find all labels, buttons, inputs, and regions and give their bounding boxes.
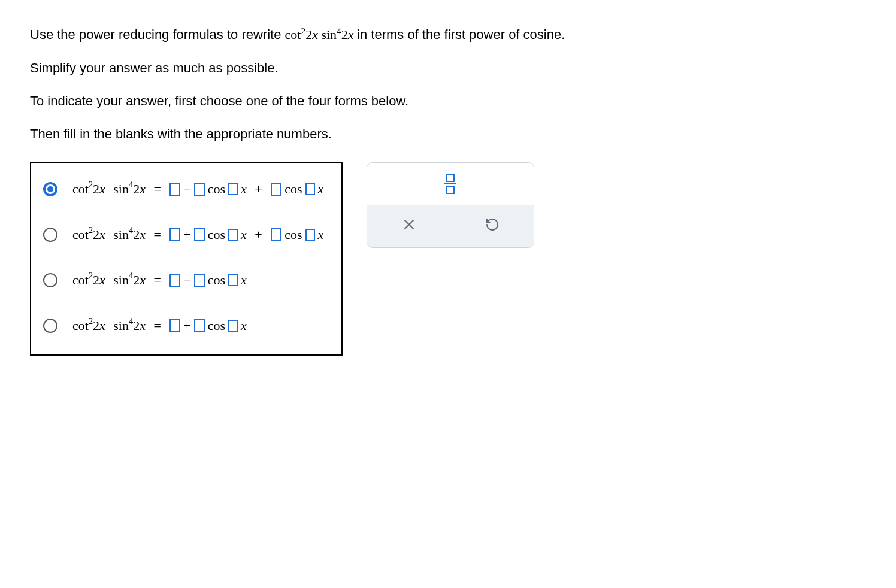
x-label: x	[241, 181, 247, 197]
x-label: x	[241, 227, 247, 243]
reset-button[interactable]	[450, 205, 534, 247]
operator-plus: +	[183, 227, 190, 243]
lhs-cot: cot	[72, 227, 89, 242]
cos-label: cos	[284, 181, 302, 197]
operator-minus: −	[183, 272, 190, 288]
blank-input[interactable]	[271, 228, 281, 241]
lhs-x-b: x	[140, 227, 146, 242]
blank-input[interactable]	[194, 183, 205, 196]
clear-button[interactable]	[367, 205, 450, 247]
operator-plus: +	[255, 227, 262, 243]
option-row-2: cot22x sin42x = + cosx + cosx	[43, 227, 323, 243]
lhs-x: x	[99, 181, 105, 196]
fraction-icon	[444, 174, 456, 194]
lhs-cot: cot	[72, 272, 89, 287]
blank-input[interactable]	[228, 274, 238, 286]
blank-input[interactable]	[169, 228, 180, 241]
cos-label: cos	[208, 318, 225, 334]
lhs-x-b: x	[140, 272, 146, 287]
question-line-3: To indicate your answer, first choose on…	[30, 90, 866, 111]
lhs-x: x	[99, 318, 105, 333]
blank-input[interactable]	[169, 319, 180, 332]
equation-option-1: cot22x sin42x = − cosx + cosx	[72, 181, 323, 197]
lhs-sup2: 2	[89, 316, 93, 326]
blank-input[interactable]	[228, 229, 238, 241]
radio-option-1[interactable]	[43, 182, 57, 196]
lhs-sin: sin	[113, 227, 129, 242]
question-line-1-post: in terms of the first power of cosine.	[357, 27, 565, 42]
tool-row-actions	[367, 205, 534, 247]
cos-label: cos	[208, 181, 225, 197]
expr-two-2: 2	[341, 27, 348, 42]
operator-minus: −	[183, 181, 190, 197]
equals-sign: =	[153, 272, 161, 288]
expr-sin: sin	[321, 27, 337, 42]
expr-two: 2	[305, 27, 312, 42]
x-label: x	[318, 227, 324, 243]
radio-option-4[interactable]	[43, 319, 57, 333]
cos-label: cos	[208, 227, 225, 243]
close-icon	[402, 217, 416, 235]
blank-input[interactable]	[194, 319, 205, 332]
radio-option-3[interactable]	[43, 273, 57, 287]
expr-x: x	[312, 27, 318, 42]
option-row-3: cot22x sin42x = − cosx	[43, 272, 323, 288]
lhs-two-b: 2	[133, 181, 140, 196]
equation-option-3: cot22x sin42x = − cosx	[72, 272, 247, 288]
lhs-cot: cot	[72, 181, 89, 196]
options-box: cot22x sin42x = − cosx + cosx cot22x	[30, 162, 343, 356]
cos-label: cos	[284, 227, 302, 243]
operator-plus: +	[183, 318, 190, 334]
lhs-x-b: x	[140, 181, 146, 196]
expr-sup-2: 2	[301, 26, 305, 36]
lhs-sup4: 4	[129, 271, 133, 280]
blank-input[interactable]	[228, 320, 238, 332]
blank-input[interactable]	[228, 183, 238, 195]
question-line-1: Use the power reducing formulas to rewri…	[30, 24, 866, 46]
blank-input[interactable]	[271, 183, 281, 196]
blank-input[interactable]	[169, 274, 180, 287]
reset-icon	[485, 217, 500, 235]
x-label: x	[241, 272, 247, 288]
cos-label: cos	[208, 272, 225, 288]
option-row-1: cot22x sin42x = − cosx + cosx	[43, 181, 323, 197]
fraction-tool-button[interactable]	[367, 163, 534, 205]
blank-input[interactable]	[194, 274, 205, 287]
lhs-two-b: 2	[133, 227, 140, 242]
equation-option-2: cot22x sin42x = + cosx + cosx	[72, 227, 323, 243]
tool-panel	[367, 162, 534, 248]
content-row: cot22x sin42x = − cosx + cosx cot22x	[30, 162, 866, 356]
expr-sup-4: 4	[337, 26, 341, 36]
expr-x-2: x	[348, 27, 354, 42]
radio-option-2[interactable]	[43, 228, 57, 242]
lhs-sup2: 2	[89, 180, 93, 189]
blank-input[interactable]	[169, 183, 180, 196]
x-label: x	[241, 318, 247, 334]
question-line-2: Simplify your answer as much as possible…	[30, 57, 866, 78]
blank-input[interactable]	[305, 229, 315, 241]
blank-input[interactable]	[194, 228, 205, 241]
blank-input[interactable]	[305, 183, 315, 195]
equals-sign: =	[153, 181, 161, 197]
lhs-x: x	[99, 227, 105, 242]
x-label: x	[318, 181, 324, 197]
expr-cot: cot	[285, 27, 301, 42]
equals-sign: =	[153, 318, 161, 334]
equals-sign: =	[153, 227, 161, 243]
operator-plus: +	[255, 181, 262, 197]
tool-row-insert	[367, 163, 534, 205]
question-line-1-pre: Use the power reducing formulas to rewri…	[30, 27, 285, 42]
lhs-sin: sin	[113, 272, 129, 287]
lhs-sin: sin	[113, 318, 129, 333]
lhs-x-b: x	[140, 318, 146, 333]
lhs-sup2: 2	[89, 271, 93, 280]
lhs-sup4: 4	[129, 180, 133, 189]
lhs-cot: cot	[72, 318, 89, 333]
lhs-sup4: 4	[129, 316, 133, 326]
question-line-4: Then fill in the blanks with the appropr…	[30, 123, 866, 144]
option-row-4: cot22x sin42x = + cosx	[43, 318, 323, 334]
lhs-two: 2	[93, 272, 99, 287]
lhs-two-b: 2	[133, 318, 140, 333]
lhs-sin: sin	[113, 181, 129, 196]
lhs-two: 2	[93, 318, 99, 333]
